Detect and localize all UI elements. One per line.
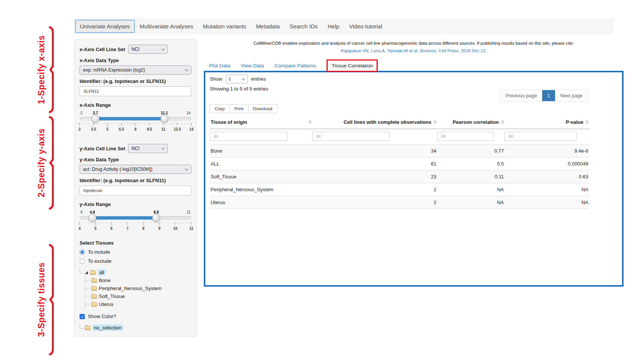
- tick-label: 11: [161, 127, 166, 131]
- x-cell-line-set-label: x-Axis Cell Line Set: [80, 47, 125, 52]
- entries-label: entries: [251, 76, 266, 82]
- x-identifier-input[interactable]: [80, 86, 191, 96]
- cell-pearson: 0.77: [437, 145, 505, 158]
- nav-tab-search-ids[interactable]: Search IDs: [284, 20, 322, 33]
- y-axis-section: y-Axis Cell Line Set NCI y-Axis Data Typ…: [80, 144, 191, 233]
- sort-icon: ⇅: [433, 120, 436, 125]
- folder-icon: [91, 295, 97, 299]
- tree-item[interactable]: Peripheral_Nervous_System: [85, 284, 191, 292]
- pagination: Previous page 1 Next page: [500, 90, 588, 101]
- tick-label: 6.5: [119, 127, 124, 131]
- column-header-pearson[interactable]: Pearson correlation ⇅: [437, 117, 505, 129]
- tab-tissue-correlation[interactable]: Tissue Correlation: [331, 63, 373, 69]
- slider-handle-low[interactable]: [88, 214, 96, 222]
- cell-pvalue: 9.4e-8: [505, 145, 589, 158]
- show-color-checkbox[interactable]: ✓: [80, 314, 85, 319]
- chevron-down-icon: [185, 167, 189, 171]
- tick-label: 2: [78, 127, 81, 131]
- tab-view-data[interactable]: View Data: [241, 63, 264, 69]
- tree-item[interactable]: Soft_Tissue: [85, 292, 191, 300]
- content-tabs: Plot Data View Data Compare Patterns Tis…: [209, 59, 378, 72]
- cell-cell-lines: 34: [312, 145, 437, 158]
- citation-text: CellMinerCDB enables exploration and ana…: [204, 40, 624, 47]
- tick-label: 14: [189, 127, 193, 131]
- slider-selected-bar: [95, 117, 164, 120]
- top-navbar: Univariate Analyses Multivariate Analyse…: [74, 18, 614, 34]
- tree-item[interactable]: Bone: [85, 276, 191, 284]
- cell-tissue: Uterus: [210, 196, 312, 209]
- cell-cell-lines: 23: [312, 170, 437, 183]
- tree-item-label: Soft_Tissue: [99, 293, 125, 299]
- nav-tab-metadata[interactable]: Metadata: [251, 20, 285, 33]
- slider-handle-high[interactable]: [160, 115, 168, 123]
- tick-label: 5: [106, 127, 109, 131]
- tab-plot-data[interactable]: Plot Data: [209, 63, 230, 69]
- y-axis-range-slider[interactable]: 4 11 4.8 8.8 4 5 6 7 8 9 10 11: [80, 210, 191, 233]
- cell-cell-lines: 2: [312, 196, 437, 209]
- table-row: Soft_Tissue 23 0.11 0.63: [210, 170, 589, 183]
- slider-handle-low[interactable]: [91, 115, 99, 123]
- filter-tissue-input[interactable]: [210, 132, 288, 141]
- y-cell-line-set-label: y-Axis Cell Line Set: [80, 146, 125, 151]
- tree-expander-icon[interactable]: [85, 271, 88, 274]
- tab-compare-patterns[interactable]: Compare Patterns: [275, 63, 316, 69]
- cell-pearson: NA: [437, 196, 505, 209]
- download-button[interactable]: Download: [248, 104, 277, 113]
- column-header-pvalue[interactable]: P-value ⇅: [505, 117, 589, 129]
- annotation-step3-label: 3-Specify tissues: [36, 262, 47, 337]
- tick-label: 12.5: [174, 127, 181, 131]
- bracket-icon: [49, 115, 54, 210]
- cell-pvalue: NA: [505, 183, 589, 196]
- y-data-type-label: y-Axis Data Type: [80, 157, 191, 162]
- filter-pearson-input[interactable]: [437, 132, 494, 141]
- to-exclude-radio[interactable]: [80, 259, 85, 264]
- column-header-cell-lines[interactable]: Cell lines with complete observations ⇅: [312, 117, 437, 129]
- show-label: Show: [210, 76, 222, 82]
- column-header-label: Pearson correlation: [453, 119, 499, 125]
- folder-icon: [90, 271, 96, 275]
- tick-label: 9.5: [147, 127, 152, 131]
- copy-button[interactable]: Copy: [210, 104, 230, 113]
- annotation-step1-label: 1-Specify x-axis: [36, 35, 47, 104]
- tree-item[interactable]: Uterus: [85, 300, 191, 308]
- cell-tissue: Peripheral_Nervous_System: [210, 183, 312, 196]
- x-data-type-select[interactable]: exp: mRNA Expression (log2): [80, 66, 191, 75]
- x-axis-range-slider[interactable]: 2 14 3.7 11.1 2 3.5 5 6.5 8 9.5 11 12.5: [80, 111, 191, 134]
- page: 1-Specify x-axis 2-Specify y-axis 3-Spec…: [0, 0, 644, 362]
- nav-tab-multivariate-analyses[interactable]: Multivariate Analyses: [135, 20, 198, 33]
- next-page-button[interactable]: Next page: [555, 90, 588, 101]
- tree-item-no-selection[interactable]: no_selection: [92, 325, 123, 331]
- y-data-type-select[interactable]: act: Drug Activity (-log10[IC50M]): [80, 165, 191, 174]
- table-row: ALL 61 0.5 0.000049: [210, 158, 589, 170]
- export-buttons: Copy Print Download: [210, 104, 277, 113]
- tree-connector: [80, 268, 83, 273]
- annotation-step2-label: 2-Specify y-axis: [36, 128, 47, 197]
- annotation-step3: 3-Specify tissues: [36, 243, 54, 356]
- y-cell-line-set-select[interactable]: NCI: [128, 144, 168, 153]
- nav-tab-help[interactable]: Help: [323, 20, 344, 33]
- chevron-down-icon: [161, 146, 165, 150]
- filter-pvalue-input[interactable]: [505, 132, 577, 141]
- tree-item-all[interactable]: all: [98, 269, 106, 276]
- citation-link[interactable]: Rajapakse.VN, Luna.A, Yamade.M et al. iS…: [204, 47, 624, 55]
- tick-label: 7: [127, 226, 129, 231]
- previous-page-button[interactable]: Previous page: [500, 90, 542, 101]
- column-header-label: Cell lines with complete observations: [344, 119, 431, 125]
- slider-handle-high[interactable]: [152, 214, 160, 222]
- nav-tab-video-tutorial[interactable]: Video tutorial: [344, 20, 387, 33]
- tissues-section: Select Tissues To include To exclude all: [80, 236, 191, 332]
- x-cell-line-set-select[interactable]: NCI: [128, 45, 168, 54]
- nav-tab-mutation-variants[interactable]: Mutation variants: [198, 20, 251, 33]
- y-cell-line-set-value: NCI: [131, 146, 140, 151]
- nav-tab-univariate-analyses[interactable]: Univariate Analyses: [75, 20, 135, 33]
- page-1-button[interactable]: 1: [542, 90, 555, 101]
- column-header-tissue[interactable]: Tissue of origin ⇅: [210, 117, 312, 129]
- to-include-radio[interactable]: [80, 250, 85, 255]
- tick-label: 4: [78, 226, 81, 231]
- slider-min-label: 2: [80, 111, 83, 115]
- entries-select[interactable]: 5: [226, 75, 248, 83]
- print-button[interactable]: Print: [230, 104, 249, 113]
- chevron-down-icon: [241, 76, 245, 80]
- y-identifier-input[interactable]: [80, 186, 191, 195]
- filter-cell-lines-input[interactable]: [312, 132, 390, 141]
